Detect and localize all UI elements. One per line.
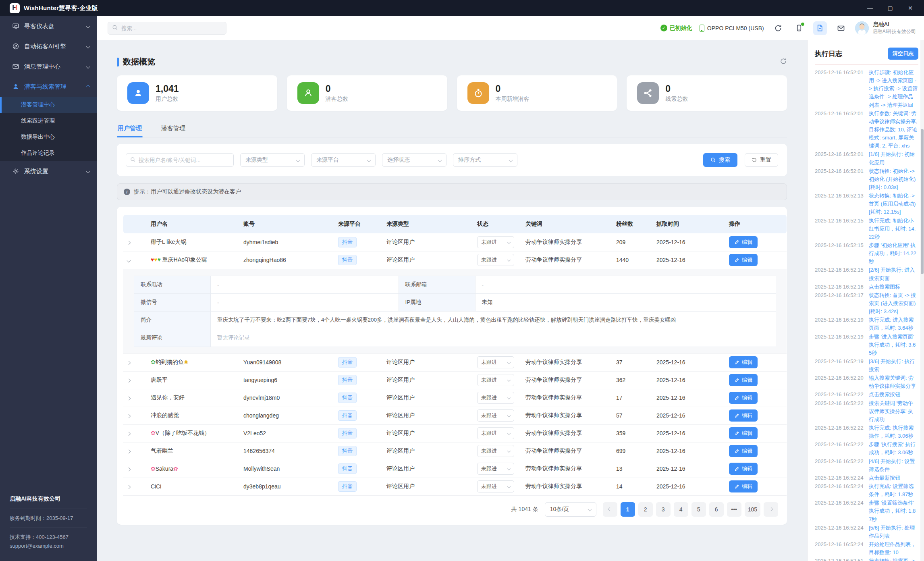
- platform-badge: 抖音: [338, 410, 357, 421]
- expand-row-icon[interactable]: [127, 379, 131, 383]
- status-select[interactable]: 未跟进: [477, 427, 514, 439]
- keyword-cell: 劳动争议律师实操分享: [521, 407, 612, 424]
- edit-button[interactable]: 编辑: [729, 254, 758, 266]
- app-logo-icon: H: [10, 3, 20, 13]
- fans-cell: 209: [612, 233, 652, 251]
- page-button-6[interactable]: 6: [709, 502, 724, 517]
- expand-row-icon[interactable]: [127, 361, 131, 365]
- edit-button[interactable]: 编辑: [729, 356, 758, 368]
- expand-row-icon[interactable]: [127, 468, 131, 472]
- global-search-input[interactable]: [121, 25, 214, 31]
- tab-0[interactable]: 用户管理: [117, 122, 143, 137]
- tab-1[interactable]: 潜客管理: [160, 122, 186, 137]
- company-name: 启融AI科技有效公司: [10, 494, 87, 504]
- mail-button[interactable]: [834, 21, 848, 35]
- log-entry: 2025-12-16 16:52:01[1/6] 开始执行: 初始化应用: [815, 150, 918, 166]
- log-scrollbar-thumb[interactable]: [921, 129, 924, 274]
- page-button-105[interactable]: 105: [745, 502, 760, 517]
- platform-badge: 抖音: [338, 255, 357, 265]
- edit-button[interactable]: 编辑: [729, 427, 758, 439]
- table-search[interactable]: [126, 153, 234, 167]
- edit-button[interactable]: 编辑: [729, 463, 758, 475]
- table-search-input[interactable]: [139, 157, 225, 163]
- edit-button[interactable]: 编辑: [729, 374, 758, 386]
- expand-row-icon[interactable]: [127, 397, 131, 401]
- page-button-3[interactable]: 3: [656, 502, 671, 517]
- platform-badge: 抖音: [338, 357, 357, 368]
- sidebar-subitem-1[interactable]: 线索跟进管理: [0, 113, 97, 129]
- edit-button[interactable]: 编辑: [729, 409, 758, 422]
- log-message: [4/6] 开始执行: 设置筛选条件: [866, 457, 918, 474]
- log-title: 执行日志: [815, 49, 842, 58]
- sidebar-item-label: 系统设置: [24, 168, 48, 175]
- user-solid-icon: [127, 82, 149, 104]
- expand-row-icon[interactable]: [127, 450, 131, 454]
- status-select[interactable]: 未跟进: [477, 409, 514, 422]
- status-select[interactable]: 未跟进: [477, 236, 514, 248]
- expand-row-icon[interactable]: [127, 432, 131, 436]
- mail-icon: [12, 63, 19, 70]
- log-timestamp: 2025-12-16 16:52:22: [815, 440, 866, 449]
- edit-button[interactable]: 编辑: [729, 236, 758, 248]
- global-search[interactable]: [108, 22, 226, 35]
- minimize-button[interactable]: —: [866, 5, 874, 11]
- status-select[interactable]: 未跟进: [477, 463, 514, 475]
- close-button[interactable]: ✕: [906, 5, 914, 11]
- search-button[interactable]: 搜索: [703, 153, 737, 167]
- sidebar-item-1[interactable]: 自动拓客AI引擎: [0, 36, 97, 56]
- chevron-down-icon: [509, 158, 513, 162]
- keyword-cell: 劳动争议律师实操分享: [521, 478, 612, 495]
- page-button-1[interactable]: 1: [621, 502, 635, 517]
- sidebar-subitem-2[interactable]: 数据导出中心: [0, 129, 97, 145]
- sidebar-item-3[interactable]: 潜客与线索管理: [0, 77, 97, 97]
- log-message: 状态转换: 初始化 -> 初始化 (开始初始化) [耗时: 0.03s]: [866, 167, 918, 191]
- crawl-date-cell: 2025-12-16: [652, 424, 725, 442]
- maximize-button[interactable]: ▢: [886, 5, 894, 11]
- status-select[interactable]: 未跟进: [477, 374, 514, 386]
- filter-select-1[interactable]: 来源平台: [311, 153, 376, 167]
- filter-select-2[interactable]: 选择状态: [382, 153, 446, 167]
- next-page-button[interactable]: [764, 502, 778, 517]
- more-pages-button[interactable]: •••: [727, 502, 741, 517]
- expand-row-icon[interactable]: [127, 241, 131, 245]
- edit-button[interactable]: 编辑: [729, 392, 758, 404]
- log-entry: 2025-12-16 16:52:01执行参数: 关键词: 劳动争议律师实操分享…: [815, 110, 918, 150]
- page-button-5[interactable]: 5: [691, 502, 706, 517]
- status-select[interactable]: 未跟进: [477, 356, 514, 368]
- filter-select-3[interactable]: 排序方式: [453, 153, 517, 167]
- expand-row-icon[interactable]: [127, 485, 131, 489]
- clear-log-button[interactable]: 清空日志: [888, 48, 918, 60]
- log-message: 执行完成: 初始化小红书应用，耗时: 14.22秒: [866, 217, 918, 241]
- expand-row-icon[interactable]: [127, 414, 131, 418]
- fans-cell: 1440: [612, 251, 652, 269]
- filter-select-0[interactable]: 来源类型: [240, 153, 305, 167]
- edit-button[interactable]: 编辑: [729, 445, 758, 457]
- page-button-4[interactable]: 4: [674, 502, 688, 517]
- sidebar-subitem-0[interactable]: 潜客管理中心: [0, 97, 97, 113]
- status-select[interactable]: 未跟进: [477, 480, 514, 492]
- edit-button[interactable]: 编辑: [729, 480, 758, 492]
- sidebar-item-4[interactable]: 系统设置: [0, 161, 97, 181]
- refresh-button[interactable]: [771, 21, 785, 35]
- status-select[interactable]: 未跟进: [477, 254, 514, 266]
- sidebar-subitem-3[interactable]: 作品评论记录: [0, 145, 97, 161]
- status-select[interactable]: 未跟进: [477, 392, 514, 404]
- user-menu[interactable]: 启融AI 启融AI科技有效公司: [855, 21, 916, 35]
- collapse-row-icon[interactable]: [127, 259, 131, 263]
- expand-cell: [123, 442, 147, 460]
- reset-button[interactable]: 重置: [745, 153, 778, 167]
- log-entry: 2025-12-16 16:52:15[2/6] 开始执行: 进入搜索页面: [815, 266, 918, 282]
- page-size-select[interactable]: 10条/页: [545, 502, 596, 517]
- overview-refresh-icon[interactable]: [780, 58, 787, 66]
- page-button-2[interactable]: 2: [638, 502, 653, 517]
- main-content: 数据概览 1,041用户总数0潜客总数0本周新增潜客0线索总数 用户管理潜客管理…: [97, 40, 807, 561]
- status-select[interactable]: 未跟进: [477, 445, 514, 457]
- log-document-button[interactable]: [813, 21, 827, 35]
- detail-label: IP属地: [399, 293, 475, 311]
- sidebar-item-0[interactable]: 寻客仪表盘: [0, 16, 97, 36]
- prev-page-button[interactable]: [603, 502, 617, 517]
- device-manager-button[interactable]: [792, 21, 806, 35]
- table-row: ♥♥♥ 重庆HAo印象公寓zhongqingHao86抖音评论区用户未跟进劳动争…: [123, 251, 787, 269]
- sidebar: 寻客仪表盘自动拓客AI引擎消息管理中心潜客与线索管理潜客管理中心线索跟进管理数据…: [0, 16, 97, 561]
- sidebar-item-2[interactable]: 消息管理中心: [0, 56, 97, 77]
